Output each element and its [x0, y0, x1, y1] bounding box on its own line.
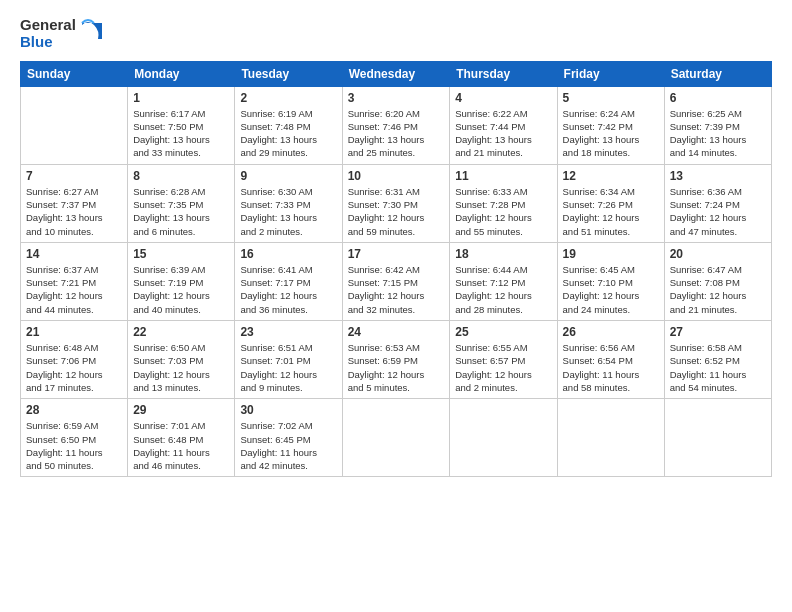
day-number: 9	[240, 169, 336, 183]
calendar-cell: 2Sunrise: 6:19 AMSunset: 7:48 PMDaylight…	[235, 86, 342, 164]
calendar-cell	[557, 399, 664, 477]
day-info: Sunrise: 6:20 AMSunset: 7:46 PMDaylight:…	[348, 107, 445, 160]
day-number: 15	[133, 247, 229, 261]
calendar-cell: 15Sunrise: 6:39 AMSunset: 7:19 PMDayligh…	[128, 242, 235, 320]
day-info: Sunrise: 6:30 AMSunset: 7:33 PMDaylight:…	[240, 185, 336, 238]
day-number: 16	[240, 247, 336, 261]
calendar-cell: 3Sunrise: 6:20 AMSunset: 7:46 PMDaylight…	[342, 86, 450, 164]
calendar-table: SundayMondayTuesdayWednesdayThursdayFrid…	[20, 61, 772, 478]
day-number: 30	[240, 403, 336, 417]
day-number: 20	[670, 247, 766, 261]
calendar-cell: 29Sunrise: 7:01 AMSunset: 6:48 PMDayligh…	[128, 399, 235, 477]
day-number: 21	[26, 325, 122, 339]
calendar-week-row: 28Sunrise: 6:59 AMSunset: 6:50 PMDayligh…	[21, 399, 772, 477]
day-info: Sunrise: 6:25 AMSunset: 7:39 PMDaylight:…	[670, 107, 766, 160]
day-info: Sunrise: 6:41 AMSunset: 7:17 PMDaylight:…	[240, 263, 336, 316]
calendar-header-sunday: Sunday	[21, 61, 128, 86]
day-info: Sunrise: 6:22 AMSunset: 7:44 PMDaylight:…	[455, 107, 551, 160]
calendar-cell: 19Sunrise: 6:45 AMSunset: 7:10 PMDayligh…	[557, 242, 664, 320]
day-info: Sunrise: 6:19 AMSunset: 7:48 PMDaylight:…	[240, 107, 336, 160]
day-number: 19	[563, 247, 659, 261]
day-info: Sunrise: 6:58 AMSunset: 6:52 PMDaylight:…	[670, 341, 766, 394]
calendar-cell: 4Sunrise: 6:22 AMSunset: 7:44 PMDaylight…	[450, 86, 557, 164]
day-info: Sunrise: 6:51 AMSunset: 7:01 PMDaylight:…	[240, 341, 336, 394]
day-info: Sunrise: 6:48 AMSunset: 7:06 PMDaylight:…	[26, 341, 122, 394]
day-number: 3	[348, 91, 445, 105]
day-number: 24	[348, 325, 445, 339]
day-number: 28	[26, 403, 122, 417]
day-info: Sunrise: 6:24 AMSunset: 7:42 PMDaylight:…	[563, 107, 659, 160]
day-info: Sunrise: 6:53 AMSunset: 6:59 PMDaylight:…	[348, 341, 445, 394]
calendar-header-saturday: Saturday	[664, 61, 771, 86]
calendar-cell: 12Sunrise: 6:34 AMSunset: 7:26 PMDayligh…	[557, 164, 664, 242]
calendar-cell: 13Sunrise: 6:36 AMSunset: 7:24 PMDayligh…	[664, 164, 771, 242]
calendar-cell: 8Sunrise: 6:28 AMSunset: 7:35 PMDaylight…	[128, 164, 235, 242]
calendar-header-tuesday: Tuesday	[235, 61, 342, 86]
calendar-header-friday: Friday	[557, 61, 664, 86]
day-number: 13	[670, 169, 766, 183]
calendar-week-row: 14Sunrise: 6:37 AMSunset: 7:21 PMDayligh…	[21, 242, 772, 320]
day-info: Sunrise: 6:56 AMSunset: 6:54 PMDaylight:…	[563, 341, 659, 394]
logo-wave-icon	[80, 19, 102, 47]
day-number: 8	[133, 169, 229, 183]
logo-blue: Blue	[20, 33, 76, 50]
day-number: 27	[670, 325, 766, 339]
calendar-cell: 10Sunrise: 6:31 AMSunset: 7:30 PMDayligh…	[342, 164, 450, 242]
calendar-cell: 17Sunrise: 6:42 AMSunset: 7:15 PMDayligh…	[342, 242, 450, 320]
day-info: Sunrise: 7:01 AMSunset: 6:48 PMDaylight:…	[133, 419, 229, 472]
day-number: 14	[26, 247, 122, 261]
calendar-week-row: 21Sunrise: 6:48 AMSunset: 7:06 PMDayligh…	[21, 321, 772, 399]
day-number: 1	[133, 91, 229, 105]
logo-general: General	[20, 16, 76, 33]
day-info: Sunrise: 6:42 AMSunset: 7:15 PMDaylight:…	[348, 263, 445, 316]
day-number: 10	[348, 169, 445, 183]
calendar-cell: 21Sunrise: 6:48 AMSunset: 7:06 PMDayligh…	[21, 321, 128, 399]
day-info: Sunrise: 6:55 AMSunset: 6:57 PMDaylight:…	[455, 341, 551, 394]
calendar-cell: 22Sunrise: 6:50 AMSunset: 7:03 PMDayligh…	[128, 321, 235, 399]
calendar-cell: 28Sunrise: 6:59 AMSunset: 6:50 PMDayligh…	[21, 399, 128, 477]
calendar-cell: 9Sunrise: 6:30 AMSunset: 7:33 PMDaylight…	[235, 164, 342, 242]
day-number: 4	[455, 91, 551, 105]
day-number: 2	[240, 91, 336, 105]
calendar-cell	[342, 399, 450, 477]
day-number: 26	[563, 325, 659, 339]
calendar-cell: 24Sunrise: 6:53 AMSunset: 6:59 PMDayligh…	[342, 321, 450, 399]
day-number: 23	[240, 325, 336, 339]
day-info: Sunrise: 6:37 AMSunset: 7:21 PMDaylight:…	[26, 263, 122, 316]
calendar-cell: 14Sunrise: 6:37 AMSunset: 7:21 PMDayligh…	[21, 242, 128, 320]
day-info: Sunrise: 6:28 AMSunset: 7:35 PMDaylight:…	[133, 185, 229, 238]
calendar-week-row: 7Sunrise: 6:27 AMSunset: 7:37 PMDaylight…	[21, 164, 772, 242]
calendar-cell: 20Sunrise: 6:47 AMSunset: 7:08 PMDayligh…	[664, 242, 771, 320]
day-number: 6	[670, 91, 766, 105]
calendar-cell	[450, 399, 557, 477]
day-info: Sunrise: 6:50 AMSunset: 7:03 PMDaylight:…	[133, 341, 229, 394]
page: General Blue SundayMondayTuesdayWednesda…	[0, 0, 792, 612]
day-number: 18	[455, 247, 551, 261]
calendar-cell: 11Sunrise: 6:33 AMSunset: 7:28 PMDayligh…	[450, 164, 557, 242]
day-info: Sunrise: 6:47 AMSunset: 7:08 PMDaylight:…	[670, 263, 766, 316]
calendar-cell: 27Sunrise: 6:58 AMSunset: 6:52 PMDayligh…	[664, 321, 771, 399]
calendar-cell: 5Sunrise: 6:24 AMSunset: 7:42 PMDaylight…	[557, 86, 664, 164]
calendar-cell: 7Sunrise: 6:27 AMSunset: 7:37 PMDaylight…	[21, 164, 128, 242]
header: General Blue	[20, 16, 772, 51]
calendar-header-row: SundayMondayTuesdayWednesdayThursdayFrid…	[21, 61, 772, 86]
day-info: Sunrise: 6:44 AMSunset: 7:12 PMDaylight:…	[455, 263, 551, 316]
day-number: 17	[348, 247, 445, 261]
calendar-cell: 30Sunrise: 7:02 AMSunset: 6:45 PMDayligh…	[235, 399, 342, 477]
logo: General Blue	[20, 16, 102, 51]
day-info: Sunrise: 6:34 AMSunset: 7:26 PMDaylight:…	[563, 185, 659, 238]
calendar-cell: 18Sunrise: 6:44 AMSunset: 7:12 PMDayligh…	[450, 242, 557, 320]
day-info: Sunrise: 6:31 AMSunset: 7:30 PMDaylight:…	[348, 185, 445, 238]
day-info: Sunrise: 6:45 AMSunset: 7:10 PMDaylight:…	[563, 263, 659, 316]
calendar-cell: 1Sunrise: 6:17 AMSunset: 7:50 PMDaylight…	[128, 86, 235, 164]
calendar-cell: 6Sunrise: 6:25 AMSunset: 7:39 PMDaylight…	[664, 86, 771, 164]
day-info: Sunrise: 7:02 AMSunset: 6:45 PMDaylight:…	[240, 419, 336, 472]
day-number: 12	[563, 169, 659, 183]
day-info: Sunrise: 6:33 AMSunset: 7:28 PMDaylight:…	[455, 185, 551, 238]
calendar-header-wednesday: Wednesday	[342, 61, 450, 86]
calendar-cell: 16Sunrise: 6:41 AMSunset: 7:17 PMDayligh…	[235, 242, 342, 320]
calendar-week-row: 1Sunrise: 6:17 AMSunset: 7:50 PMDaylight…	[21, 86, 772, 164]
day-number: 7	[26, 169, 122, 183]
calendar-cell	[21, 86, 128, 164]
day-info: Sunrise: 6:59 AMSunset: 6:50 PMDaylight:…	[26, 419, 122, 472]
